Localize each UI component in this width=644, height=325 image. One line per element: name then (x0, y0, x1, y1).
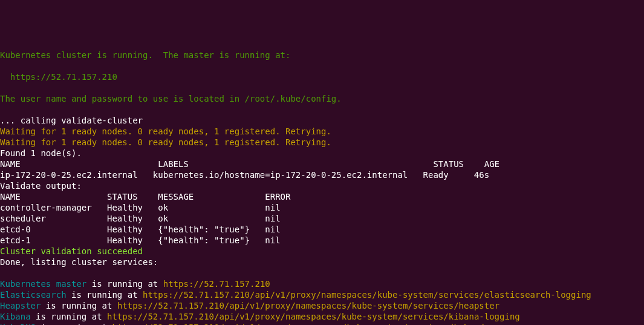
waiting-msg-1: Waiting for 1 ready nodes. 0 ready nodes… (0, 126, 331, 136)
validate-header: NAME STATUS MESSAGE ERROR (0, 192, 290, 202)
service-master-url: https://52.71.157.210 (163, 279, 270, 289)
running-at-text: is running at (86, 279, 163, 289)
service-master-label: Kubernetes master (0, 279, 86, 289)
service-es-label: Elasticsearch (0, 290, 67, 300)
validation-succeeded: Cluster validation succeeded (0, 246, 143, 256)
credentials-msg: The user name and password to use is loc… (0, 94, 342, 103)
running-at-text: is running at (67, 290, 143, 300)
running-at-text: is running at (36, 323, 112, 325)
found-nodes: Found 1 node(s). (0, 148, 82, 158)
nodes-header: NAME LABELS STATUS AGE (0, 159, 499, 169)
etcd0-row: etcd-0 Healthy {"health": "true"} nil (0, 225, 281, 234)
listing-services: Done, listing cluster services: (0, 257, 158, 267)
service-kibana-label: Kibana (0, 312, 31, 321)
service-kubedns-label: KubeDNS (0, 323, 36, 325)
running-at-text: is running at (41, 301, 117, 310)
service-kubedns-url: https://52.71.157.210/api/v1/proxy/names… (112, 323, 494, 325)
scheduler-row: scheduler Healthy ok nil (0, 214, 281, 223)
validate-output-label: Validate output: (0, 181, 82, 191)
service-heapster-label: Heapster (0, 301, 41, 310)
service-kibana-url: https://52.71.157.210/api/v1/proxy/names… (107, 312, 520, 321)
running-at-text: is running at (31, 312, 107, 321)
master-url-line: https://52.71.157.210 (0, 72, 117, 82)
waiting-msg-2: Waiting for 1 ready nodes. 0 ready nodes… (0, 137, 331, 147)
node-row: ip-172-20-0-25.ec2.internal kubernetes.i… (0, 170, 489, 180)
calling-validate: ... calling validate-cluster (0, 116, 143, 125)
cluster-running-msg: Kubernetes cluster is running. The maste… (0, 50, 290, 60)
controller-manager-row: controller-manager Healthy ok nil (0, 203, 281, 212)
etcd1-row: etcd-1 Healthy {"health": "true"} nil (0, 235, 281, 245)
service-heapster-url: https://52.71.157.210/api/v1/proxy/names… (117, 301, 499, 310)
service-es-url: https://52.71.157.210/api/v1/proxy/names… (143, 290, 591, 300)
